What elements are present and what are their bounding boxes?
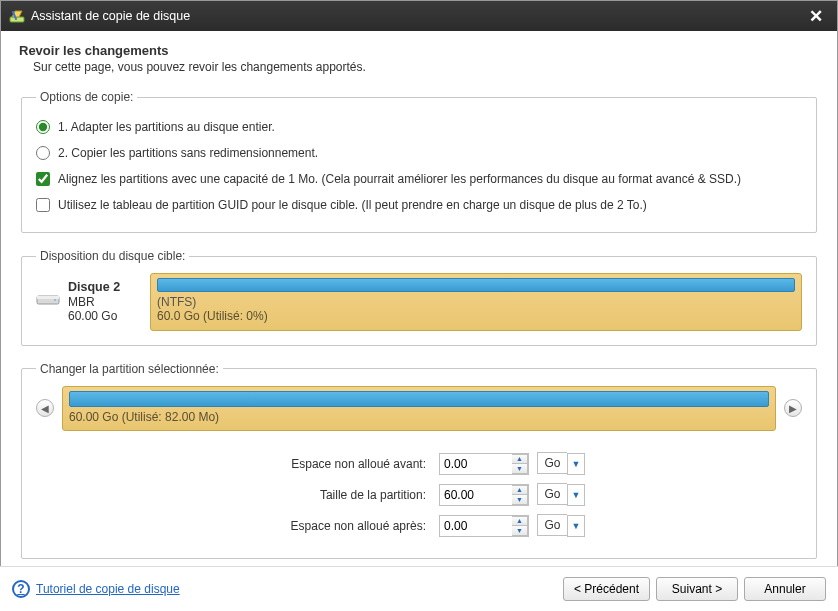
chevron-left-icon: ◀: [41, 403, 49, 414]
after-spin-up[interactable]: ▲: [512, 516, 528, 526]
before-spin-up[interactable]: ▲: [512, 454, 528, 464]
next-partition-button[interactable]: ▶: [784, 399, 802, 417]
svg-rect-0: [10, 17, 24, 22]
check-guid[interactable]: Utilisez le tableau de partition GUID po…: [36, 192, 802, 218]
heading: Revoir les changements Sur cette page, v…: [19, 41, 819, 74]
radio-copy-no-resize[interactable]: 2. Copier les partitions sans redimensio…: [36, 140, 802, 166]
selected-partition-usage: 60.00 Go (Utilisé: 82.00 Mo): [69, 410, 219, 424]
size-unit: Go: [537, 483, 567, 505]
prev-partition-button[interactable]: ◀: [36, 399, 54, 417]
radio-fit-whole-disk[interactable]: 1. Adapter les partitions au disque enti…: [36, 114, 802, 140]
help-icon: ?: [12, 580, 30, 598]
target-disk-legend: Disposition du disque cible:: [36, 249, 189, 263]
next-button[interactable]: Suivant >: [656, 577, 738, 601]
disk-scheme: MBR: [68, 295, 138, 309]
content: Revoir les changements Sur cette page, v…: [1, 31, 837, 559]
size-spin-up[interactable]: ▲: [512, 485, 528, 495]
partition-strip: [157, 278, 795, 292]
selected-partition-strip: [69, 391, 769, 407]
check-align-label: Alignez les partitions avec une capacité…: [58, 172, 741, 186]
target-disk-group: Disposition du disque cible: Disque 2 MB…: [21, 249, 817, 346]
change-partition-group: Changer la partition sélectionnée: ◀ 60.…: [21, 362, 817, 559]
svg-rect-2: [37, 296, 59, 299]
cancel-button[interactable]: Annuler: [744, 577, 826, 601]
radio-fit-label: 1. Adapter les partitions au disque enti…: [58, 120, 275, 134]
before-spin-down[interactable]: ▼: [512, 463, 528, 474]
disk-info-block: Disque 2 MBR 60.00 Go: [36, 273, 138, 331]
size-spin-down[interactable]: ▼: [512, 494, 528, 505]
unallocated-after-row: Espace non alloué après: ▲ ▼ Go▼: [252, 513, 586, 538]
page-subtitle: Sur cette page, vous pouvez revoir les c…: [19, 60, 819, 74]
size-unit-dropdown[interactable]: ▼: [567, 484, 585, 506]
radio-noresize-input[interactable]: [36, 146, 50, 160]
copy-options-legend: Options de copie:: [36, 90, 137, 104]
help-link[interactable]: ? Tutoriel de copie de disque: [12, 580, 180, 598]
disk-info-text: Disque 2 MBR 60.00 Go: [68, 280, 138, 324]
after-spin-down[interactable]: ▼: [512, 525, 528, 536]
check-align-1mb[interactable]: Alignez les partitions avec une capacité…: [36, 166, 802, 192]
disk-size: 60.00 Go: [68, 309, 138, 323]
check-guid-input[interactable]: [36, 198, 50, 212]
after-unit-dropdown[interactable]: ▼: [567, 515, 585, 537]
before-unit: Go: [537, 452, 567, 474]
disk-icon: [36, 292, 60, 311]
check-align-input[interactable]: [36, 172, 50, 186]
disk-layout: Disque 2 MBR 60.00 Go (NTFS) 60.0 Go (Ut…: [36, 273, 802, 331]
app-icon: [9, 8, 25, 24]
disk-name: Disque 2: [68, 280, 138, 295]
svg-point-3: [54, 299, 56, 301]
check-guid-label: Utilisez le tableau de partition GUID po…: [58, 198, 647, 212]
radio-fit-input[interactable]: [36, 120, 50, 134]
partition-usage: 60.0 Go (Utilisé: 0%): [157, 309, 268, 323]
before-label: Espace non alloué avant:: [252, 451, 432, 476]
window-title: Assistant de copie de disque: [31, 9, 803, 23]
partition-fs: (NTFS): [157, 295, 196, 309]
partition-size-row: Taille de la partition: ▲ ▼ Go▼: [252, 482, 586, 507]
after-label: Espace non alloué après:: [252, 513, 432, 538]
bottom-bar: ? Tutoriel de copie de disque < Précéden…: [0, 566, 838, 611]
change-partition-legend: Changer la partition sélectionnée:: [36, 362, 223, 376]
size-label: Taille de la partition:: [252, 482, 432, 507]
titlebar: Assistant de copie de disque ✕: [1, 1, 837, 31]
selected-partition-meta: 60.00 Go (Utilisé: 82.00 Mo): [69, 410, 769, 424]
partition-meta: (NTFS) 60.0 Go (Utilisé: 0%): [157, 295, 795, 324]
before-unit-dropdown[interactable]: ▼: [567, 453, 585, 475]
after-unit: Go: [537, 514, 567, 536]
change-partition-row: ◀ 60.00 Go (Utilisé: 82.00 Mo) ▶: [36, 386, 802, 431]
copy-options-group: Options de copie: 1. Adapter les partiti…: [21, 90, 817, 233]
radio-noresize-label: 2. Copier les partitions sans redimensio…: [58, 146, 318, 160]
unallocated-before-row: Espace non alloué avant: ▲ ▼ Go▼: [252, 451, 586, 476]
previous-button[interactable]: < Précédent: [563, 577, 650, 601]
page-title: Revoir les changements: [19, 43, 819, 58]
selected-partition[interactable]: 60.00 Go (Utilisé: 82.00 Mo): [62, 386, 776, 431]
help-link-text: Tutoriel de copie de disque: [36, 582, 180, 596]
chevron-right-icon: ▶: [789, 403, 797, 414]
close-icon[interactable]: ✕: [803, 6, 829, 27]
size-inputs: Espace non alloué avant: ▲ ▼ Go▼: [36, 445, 802, 544]
target-partition[interactable]: (NTFS) 60.0 Go (Utilisé: 0%): [150, 273, 802, 331]
